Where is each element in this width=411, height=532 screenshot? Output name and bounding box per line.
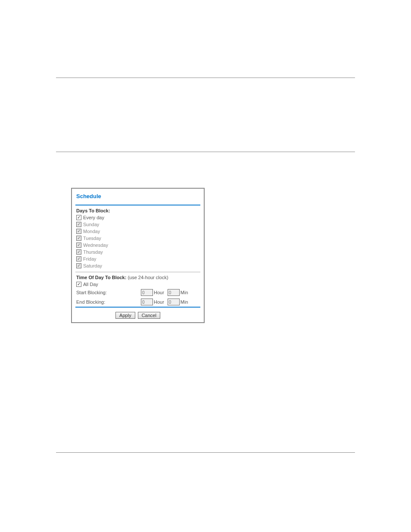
- checkbox-friday: ✓: [76, 256, 81, 261]
- checkbox-label: Thursday: [83, 249, 103, 255]
- checkbox-thursday: ✓: [76, 249, 81, 255]
- apply-button[interactable]: Apply: [115, 312, 135, 319]
- checkbox-tuesday: ✓: [76, 236, 81, 241]
- start-hour-input[interactable]: [141, 289, 153, 296]
- end-blocking-label: End Blocking:: [76, 299, 141, 305]
- panel-title: Schedule: [72, 192, 204, 205]
- checkbox-row-friday: ✓ Friday: [72, 255, 204, 262]
- checkbox-row-thursday: ✓ Thursday: [72, 249, 204, 255]
- page-divider-bottom: [56, 452, 355, 453]
- cancel-button[interactable]: Cancel: [138, 312, 160, 319]
- checkbox-row-monday: ✓ Monday: [72, 228, 204, 235]
- checkbox-wednesday: ✓: [76, 243, 81, 248]
- page-divider-top: [56, 78, 355, 78]
- checkbox-row-saturday: ✓ Saturday: [72, 262, 204, 269]
- checkbox-label: All Day: [83, 282, 98, 287]
- time-heading-note: (use 24-hour clock): [128, 275, 168, 280]
- time-of-day-heading: Time Of Day To Block: (use 24-hour clock…: [72, 274, 204, 281]
- checkbox-sunday: ✓: [76, 222, 81, 227]
- checkbox-row-wednesday: ✓ Wednesday: [72, 242, 204, 249]
- start-min-input[interactable]: [168, 289, 180, 296]
- page-divider-mid: [56, 152, 355, 152]
- time-heading-text: Time Of Day To Block:: [76, 275, 126, 280]
- checkbox-row-every-day: ✓ Every day: [72, 214, 204, 221]
- checkbox-label: Friday: [83, 256, 97, 261]
- end-min-input[interactable]: [168, 299, 180, 305]
- hour-unit: Hour: [154, 290, 164, 295]
- checkbox-row-sunday: ✓ Sunday: [72, 221, 204, 228]
- checkbox-monday: ✓: [76, 229, 81, 234]
- checkbox-label: Sunday: [83, 222, 99, 227]
- hour-unit: Hour: [154, 299, 164, 305]
- section-divider: [75, 205, 200, 205]
- schedule-panel: Schedule Days To Block: ✓ Every day ✓ Su…: [71, 188, 205, 323]
- checkbox-row-all-day: ✓ All Day: [72, 281, 204, 288]
- checkbox-label: Monday: [83, 229, 100, 234]
- button-row: Apply Cancel: [72, 309, 204, 319]
- checkbox-label: Tuesday: [83, 236, 101, 241]
- end-hour-input[interactable]: [141, 299, 153, 305]
- end-blocking-row: End Blocking: Hour Min: [72, 297, 204, 307]
- section-divider: [75, 272, 200, 272]
- section-divider: [75, 307, 200, 308]
- checkbox-row-tuesday: ✓ Tuesday: [72, 235, 204, 242]
- min-unit: Min: [181, 299, 188, 305]
- checkbox-label: Every day: [83, 215, 104, 220]
- checkbox-every-day[interactable]: ✓: [76, 215, 81, 220]
- start-blocking-row: Start Blocking: Hour Min: [72, 288, 204, 297]
- days-to-block-heading: Days To Block:: [72, 207, 204, 214]
- checkbox-label: Wednesday: [83, 243, 108, 248]
- start-blocking-label: Start Blocking:: [76, 290, 141, 295]
- checkbox-label: Saturday: [83, 263, 102, 268]
- min-unit: Min: [181, 290, 188, 295]
- checkbox-saturday: ✓: [76, 263, 81, 268]
- checkbox-all-day[interactable]: ✓: [76, 282, 81, 287]
